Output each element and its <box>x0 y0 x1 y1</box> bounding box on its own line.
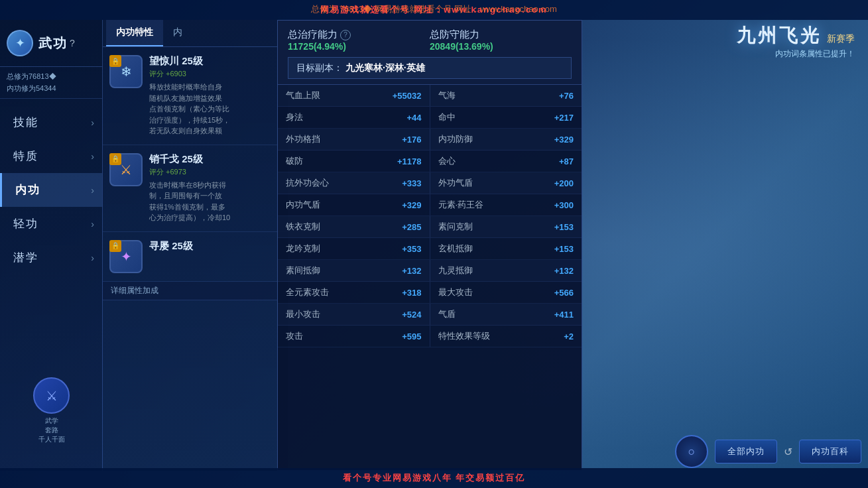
attr-cell-right-8: 九灵抵御+132 <box>430 260 582 281</box>
attr-name-left-0: 气血上限 <box>286 90 320 101</box>
sidebar-item-trait[interactable]: 特质 › <box>0 139 102 173</box>
attr-cell-right-1: 命中+217 <box>430 107 582 128</box>
attr-heal-title: 总治疗能力 ? <box>288 29 430 41</box>
attr-value-left-8: +132 <box>402 266 421 276</box>
skill-name-1: 销千戈 25级 <box>149 153 281 166</box>
skill-icon-wrap-2: 🔒 ✦ <box>109 240 143 273</box>
attr-cell-left-7: 龙吟克制+353 <box>278 238 430 259</box>
skill-info-0: 望惊川 25级 评分 +6903 释放技能时概率给自身 随机队友施加增益效果 点… <box>149 55 281 137</box>
attr-row-11: 攻击+595特性效果等级+2 <box>278 326 582 347</box>
attr-cell-left-3: 破防+1178 <box>278 151 430 172</box>
game-title-notice: 内功词条属性已提升！ <box>737 48 855 60</box>
watermark-top: 总修为 76813◆ 网易游戏就选看个号 网址：www.kangchao.com <box>311 3 557 15</box>
attr-value-right-3: +87 <box>559 156 574 166</box>
attr-name-right-2: 内功防御 <box>438 133 473 145</box>
attr-value-left-3: +1178 <box>397 156 422 166</box>
attr-name-left-8: 素间抵御 <box>286 265 320 276</box>
attr-name-left-11: 攻击 <box>286 330 303 342</box>
attr-value-left-10: +524 <box>402 310 421 320</box>
circle-icon: ○ <box>688 445 696 459</box>
circle-icon-btn[interactable]: ○ <box>675 435 708 468</box>
attr-name-right-9: 最大攻击 <box>438 286 473 298</box>
attr-cell-left-11: 攻击+595 <box>278 326 430 347</box>
skill-desc-1: 攻击时概率在8秒内获得 制，且周围每有一个故 获得1%首领克制，最多 心为治疗提… <box>149 180 281 223</box>
attr-cell-left-4: 抗外功会心+333 <box>278 172 430 194</box>
attr-name-right-7: 玄机抵御 <box>438 243 473 255</box>
attr-row-0: 气血上限+55032气海+76 <box>278 85 582 107</box>
skill-icon-wrap-0: 🔒 ❄ <box>109 55 143 88</box>
tab-bar: 内功特性 内 <box>103 20 288 47</box>
sidebar-item-skill[interactable]: 技能 › <box>0 105 102 139</box>
skill-name-0: 望惊川 25级 <box>149 55 281 68</box>
attr-cell-right-9: 最大攻击+566 <box>430 282 582 303</box>
attr-defense-value: 20849(13.69%) <box>430 41 572 52</box>
badge-circle[interactable]: ⚔ <box>33 377 70 414</box>
sidebar-logo: ✦ <box>7 30 33 56</box>
left-sidebar: ✦ 武功 ? 总修为76813◆ 内功修为54344 技能 › 特质 › 内功 … <box>0 20 103 471</box>
attr-title-row: 总治疗能力 ? 11725(4.94%) 总防守能力 20849(13.69%) <box>288 29 572 52</box>
sidebar-item-neigong[interactable]: 内功 › <box>0 173 102 207</box>
attr-name-left-2: 外功格挡 <box>286 133 320 145</box>
skill-img-2: ✦ <box>121 249 132 265</box>
attr-cell-left-0: 气血上限+55032 <box>278 85 430 106</box>
stat-neigong: 内功修为54344 <box>7 83 95 95</box>
attr-cell-right-11: 特性效果等级+2 <box>430 326 582 347</box>
skill-img-1: ⚔ <box>120 162 132 178</box>
attr-row-7: 龙吟克制+353玄机抵御+153 <box>278 238 582 260</box>
tab-neigong-other[interactable]: 内 <box>163 20 192 46</box>
attr-row-9: 全元素攻击+318最大攻击+566 <box>278 282 582 304</box>
attr-cell-left-2: 外功格挡+176 <box>278 129 430 150</box>
attr-row-2: 外功格挡+176内功防御+329 <box>278 129 582 151</box>
game-title-season: 新赛季 <box>827 33 855 45</box>
sidebar-item-qinggong-label: 轻功 <box>13 216 38 231</box>
attr-name-left-3: 破防 <box>286 155 303 167</box>
attr-cell-right-4: 外功气盾+200 <box>430 172 582 194</box>
sidebar-item-qianxue[interactable]: 潜学 › <box>0 241 102 274</box>
badge-label1: 武学 <box>45 416 58 426</box>
nav-items: 技能 › 特质 › 内功 › 轻功 › 潜学 › <box>0 99 102 274</box>
game-title-main: 九州飞光 <box>737 23 822 48</box>
attr-name-left-6: 铁衣克制 <box>286 221 320 233</box>
attr-cell-right-5: 元素·药王谷+300 <box>430 194 582 215</box>
attr-cell-right-2: 内功防御+329 <box>430 129 582 150</box>
refresh-icon-btn[interactable]: ↺ <box>784 446 792 458</box>
attr-target-name: 九光寒林·深林·英雄 <box>345 62 425 73</box>
attr-value-left-7: +353 <box>402 244 421 254</box>
skill-item-2[interactable]: 🔒 ✦ 寻屡 25级 <box>103 232 288 282</box>
footer-attr-text: 详细属性加成 <box>111 286 158 295</box>
skill-score-1: 评分 +6973 <box>149 167 281 177</box>
tab-neigong-traits[interactable]: 内功特性 <box>106 20 163 46</box>
attr-value-left-6: +285 <box>402 222 421 232</box>
heal-question-mark[interactable]: ? <box>340 30 351 40</box>
attr-value-right-2: +329 <box>554 135 574 145</box>
sidebar-item-qinggong[interactable]: 轻功 › <box>0 207 102 241</box>
nav-arrow-skill: › <box>91 117 94 128</box>
skill-info-2: 寻屡 25级 <box>149 240 281 254</box>
nav-arrow-qinggong: › <box>91 219 94 229</box>
attr-value-right-0: +76 <box>559 91 574 101</box>
attr-row-6: 铁衣克制+285素问克制+153 <box>278 216 582 238</box>
attr-cell-left-1: 身法+44 <box>278 107 430 128</box>
sidebar-question[interactable]: ? <box>70 38 75 48</box>
attr-target: 目标副本： 九光寒林·深林·英雄 <box>288 57 572 79</box>
attr-row-10: 最小攻击+524气盾+411 <box>278 304 582 326</box>
attr-name-right-3: 会心 <box>438 155 456 167</box>
badge-icon: ⚔ <box>46 388 58 404</box>
skill-item-0[interactable]: 🔒 ❄ 望惊川 25级 评分 +6903 释放技能时概率给自身 随机队友施加增益… <box>103 47 288 145</box>
game-title-area: 九州飞光 新赛季 内功词条属性已提升！ <box>737 23 855 60</box>
all-neigong-button[interactable]: 全部内功 <box>715 440 777 463</box>
attr-cell-left-10: 最小攻击+524 <box>278 304 430 325</box>
attr-value-right-8: +132 <box>554 266 574 276</box>
attr-value-left-11: +595 <box>402 332 421 341</box>
attr-defense-section: 总防守能力 20849(13.69%) <box>430 29 572 52</box>
attr-heal-value: 11725(4.94%) <box>288 41 430 52</box>
neigong-wiki-button[interactable]: 内功百科 <box>799 440 861 463</box>
skill-lock-0: 🔒 <box>109 55 121 67</box>
main-content: 内功特性 内 🔒 ❄ 望惊川 25级 评分 +6903 释放技能时概率给自身 随… <box>103 20 288 471</box>
skill-item-1[interactable]: 🔒 ⚔ 销千戈 25级 评分 +6973 攻击时概率在8秒内获得 制，且周围每有… <box>103 145 288 232</box>
attr-cell-right-7: 玄机抵御+153 <box>430 238 582 259</box>
attr-name-left-10: 最小攻击 <box>286 308 320 320</box>
footer-attr-label[interactable]: 详细属性加成 <box>103 282 288 300</box>
attr-name-right-0: 气海 <box>438 90 456 101</box>
attr-table: 气血上限+55032气海+76身法+44命中+217外功格挡+176内功防御+3… <box>278 85 582 347</box>
